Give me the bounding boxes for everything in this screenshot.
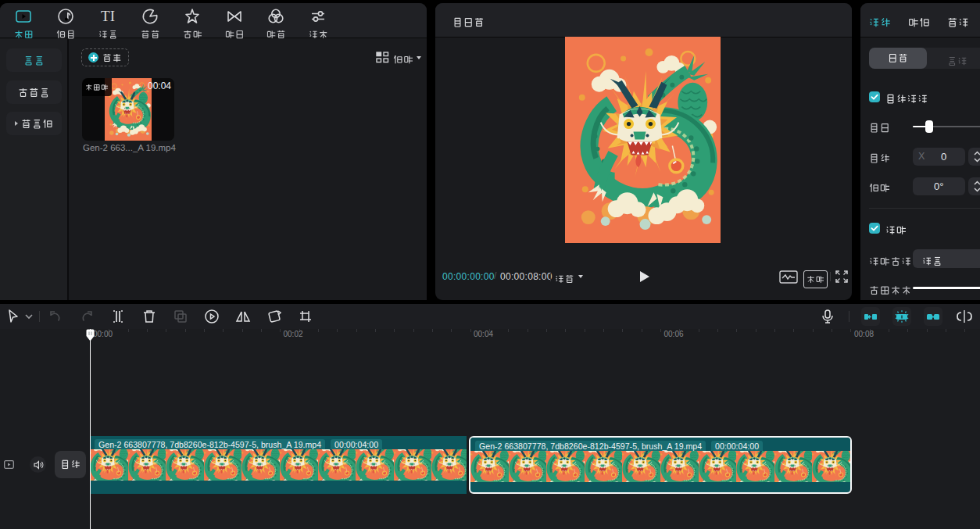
svg-text:TI: TI xyxy=(101,8,115,24)
